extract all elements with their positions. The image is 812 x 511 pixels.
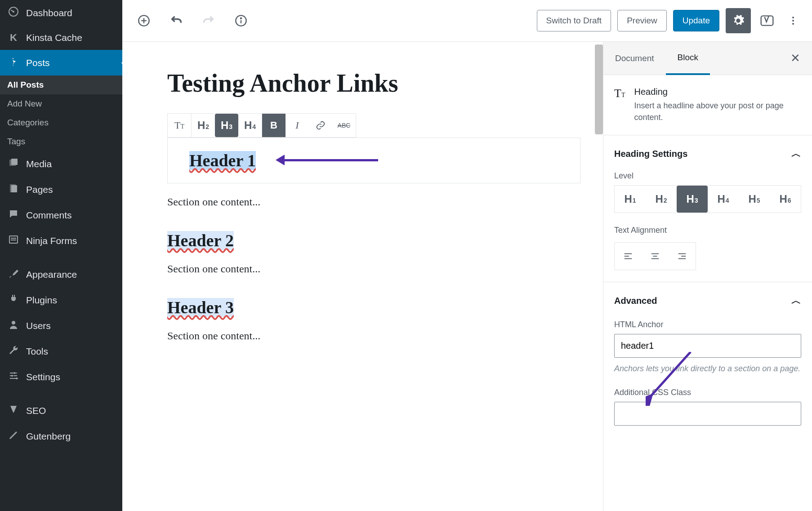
heading-block-selected[interactable]: Header 1 [167,138,580,183]
level-h5[interactable]: H5 [739,186,770,213]
change-block-type-button[interactable]: TT [168,114,191,137]
link-button[interactable] [309,114,332,137]
paragraph-block[interactable]: Section one content... [167,196,580,208]
svg-point-11 [11,375,13,377]
menu-label: Dashboard [26,8,72,18]
align-center-button[interactable] [642,243,669,270]
svg-point-9 [12,321,15,324]
menu-label: Users [26,320,51,331]
level-buttons: H1 H2 H3 H4 H5 H6 [614,185,801,213]
menu-appearance[interactable]: Appearance [0,262,122,287]
menu-label: Ninja Forms [26,236,77,246]
css-class-input[interactable] [614,402,801,426]
chevron-up-icon[interactable]: ︿ [791,294,801,307]
html-anchor-input[interactable] [614,334,801,358]
heading-block-icon: TT [614,87,625,100]
close-inspector-button[interactable]: ✕ [779,51,812,65]
svg-point-1 [13,11,14,13]
strikethrough-button[interactable]: ABC [332,114,356,137]
level-h4-button[interactable]: H4 [238,114,262,137]
heading-text-content: Header 1 [189,151,256,170]
menu-ninja-forms[interactable]: Ninja Forms [0,228,122,253]
pages-icon [7,183,20,196]
comments-icon [7,209,20,222]
tab-block[interactable]: Block [666,42,710,75]
heading-text-content: Header 3 [167,298,234,317]
menu-plugins[interactable]: Plugins [0,287,122,313]
menu-pages[interactable]: Pages [0,177,122,202]
anchor-help-text: Anchors lets you link directly to a sect… [614,363,801,374]
update-button[interactable]: Update [673,10,719,31]
block-description: Insert a headline above your post or pag… [634,100,801,123]
submenu-add-new[interactable]: Add New [0,94,122,113]
paragraph-block[interactable]: Section one content... [167,263,580,275]
svg-point-12 [16,378,18,379]
anchor-label: HTML Anchor [614,320,801,329]
user-icon [7,319,20,332]
scrollbar-thumb[interactable] [595,44,603,134]
more-menu-button[interactable] [783,11,803,31]
kinsta-icon: K [7,32,20,44]
menu-users[interactable]: Users [0,313,122,338]
tab-document[interactable]: Document [603,43,666,74]
align-right-button[interactable] [669,243,696,270]
pencil-icon [7,430,20,443]
menu-seo[interactable]: SEO [0,398,122,423]
align-left-button[interactable] [615,243,642,270]
heading-block[interactable]: Header 2 [167,231,580,250]
menu-posts[interactable]: Posts [0,50,122,76]
heading-block[interactable]: Header 3 [167,298,580,317]
yoast-button[interactable] [757,11,777,31]
level-h4[interactable]: H4 [708,186,739,213]
level-h3[interactable]: H3 [677,186,708,213]
menu-gutenberg[interactable]: Gutenberg [0,423,122,449]
preview-button[interactable]: Preview [617,10,667,31]
paragraph-block[interactable]: Section one content... [167,330,580,342]
bold-button[interactable]: B [262,114,286,137]
svg-point-20 [792,17,794,18]
switch-draft-button[interactable]: Switch to Draft [537,10,611,31]
submenu-tags[interactable]: Tags [0,132,122,151]
menu-kinsta-cache[interactable]: K Kinsta Cache [0,26,122,50]
heading-text-content: Header 2 [167,231,234,250]
sliders-icon [7,370,20,383]
plug-icon [7,293,20,307]
css-class-label: Additional CSS Class [614,388,801,397]
content-info-button[interactable] [231,11,251,31]
menu-label: Media [26,159,52,169]
panel-title: Advanced [614,296,657,306]
menu-label: SEO [26,405,46,416]
alignment-label: Text Alignment [614,226,801,235]
svg-rect-3 [11,159,18,165]
menu-tools[interactable]: Tools [0,338,122,364]
menu-dashboard[interactable]: Dashboard [0,0,122,26]
menu-media[interactable]: Media [0,151,122,177]
alignment-buttons [614,242,696,270]
menu-label: Tools [26,346,48,357]
post-title[interactable]: Testing Anchor Links [167,69,580,98]
chevron-up-icon[interactable]: ︿ [791,147,801,160]
menu-comments[interactable]: Comments [0,202,122,228]
redo-button[interactable] [199,11,219,31]
menu-label: Plugins [26,295,57,306]
menu-label: Posts [26,58,50,68]
menu-settings[interactable]: Settings [0,364,122,390]
heading-content[interactable]: Header 1 [189,151,256,170]
level-h3-button[interactable]: H3 [215,114,238,137]
dashboard-icon [7,6,20,19]
menu-label: Kinsta Cache [26,32,82,43]
submenu-all-posts[interactable]: All Posts [0,76,122,94]
level-h6[interactable]: H6 [770,186,801,213]
heading-type-icon: TT [174,120,184,131]
settings-gear-button[interactable] [726,8,751,33]
undo-button[interactable] [166,11,186,31]
level-h2-button[interactable]: H2 [192,114,215,137]
brush-icon [7,268,20,281]
level-h2[interactable]: H2 [646,186,677,213]
add-block-button[interactable] [134,11,154,31]
pin-icon [7,56,20,69]
italic-button[interactable]: I [286,114,309,137]
svg-point-10 [14,372,16,374]
submenu-categories[interactable]: Categories [0,113,122,132]
level-h1[interactable]: H1 [615,186,646,213]
